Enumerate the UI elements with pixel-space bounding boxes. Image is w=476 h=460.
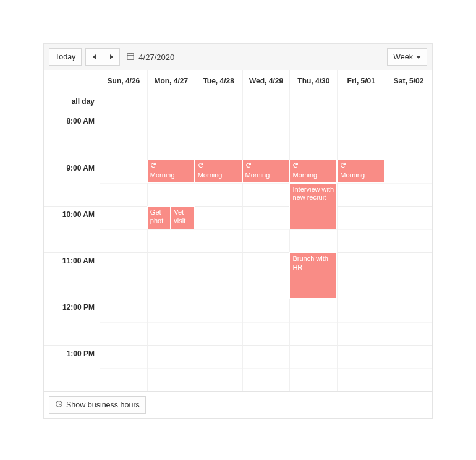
day-header[interactable]: Thu, 4/30 xyxy=(289,70,337,92)
calendar: Today 4/27/2020 Week xyxy=(43,43,433,419)
event-title: Get phot xyxy=(150,208,163,224)
chevron-down-icon xyxy=(416,56,421,59)
time-cell[interactable] xyxy=(337,299,385,345)
allday-cell[interactable] xyxy=(100,92,147,113)
view-select[interactable]: Week xyxy=(387,48,427,66)
hour-label: 11:00 AM xyxy=(44,252,100,299)
time-cell[interactable] xyxy=(242,252,290,299)
recurring-icon xyxy=(150,162,156,171)
hour-row: 8:00 AM xyxy=(44,113,432,160)
time-cell[interactable] xyxy=(195,345,242,391)
time-cell[interactable] xyxy=(242,206,290,252)
time-cell[interactable] xyxy=(385,206,432,252)
time-cell[interactable] xyxy=(100,160,147,206)
time-cell[interactable] xyxy=(195,252,242,299)
event-title: Morning xyxy=(150,171,175,179)
today-button[interactable]: Today xyxy=(49,48,82,66)
time-cell[interactable] xyxy=(337,252,385,299)
event-title: Morning xyxy=(292,171,317,179)
current-date-display: 4/27/2020 xyxy=(126,52,174,62)
time-cell[interactable] xyxy=(385,345,432,391)
event-title: Morning xyxy=(198,171,223,179)
time-cell[interactable] xyxy=(337,206,385,252)
event-title: Morning xyxy=(245,171,270,179)
allday-label: all day xyxy=(44,92,100,113)
day-header[interactable]: Wed, 4/29 xyxy=(242,70,290,92)
time-cell[interactable] xyxy=(100,113,147,160)
time-cell[interactable] xyxy=(242,345,290,391)
hour-label: 8:00 AM xyxy=(44,113,100,160)
time-cell[interactable] xyxy=(385,252,432,299)
calendar-event[interactable]: Get phot xyxy=(147,206,171,229)
current-date-text: 4/27/2020 xyxy=(138,53,174,62)
time-cell[interactable] xyxy=(289,113,337,160)
day-header[interactable]: Mon, 4/27 xyxy=(147,70,195,92)
time-cell[interactable] xyxy=(242,299,290,345)
allday-cell[interactable] xyxy=(385,92,432,113)
calendar-event[interactable]: Brunch with HR xyxy=(289,252,337,299)
hour-label: 1:00 PM xyxy=(44,345,100,391)
hour-row: 1:00 PM xyxy=(44,345,432,391)
event-title: Vet visit xyxy=(174,208,185,224)
time-cell[interactable] xyxy=(100,345,147,391)
day-header[interactable]: Tue, 4/28 xyxy=(195,70,242,92)
calendar-event[interactable]: Morning xyxy=(289,160,337,183)
calendar-event[interactable]: Morning xyxy=(195,160,242,183)
calendar-event[interactable]: Interview with new recruit xyxy=(289,183,337,229)
time-cell[interactable] xyxy=(100,206,147,252)
hour-row: 12:00 PM xyxy=(44,299,432,345)
calendar-toolbar: Today 4/27/2020 Week xyxy=(44,44,432,70)
allday-cell[interactable] xyxy=(195,92,242,113)
calendar-event[interactable]: Morning xyxy=(242,160,290,183)
time-grid: 8:00 AM 9:00 AM 10:00 AM 11:00 AM 12:00 … xyxy=(44,113,432,391)
recurring-icon xyxy=(292,162,299,171)
event-title: Interview with new recruit xyxy=(292,185,334,202)
prev-button[interactable] xyxy=(85,48,103,66)
time-cell[interactable] xyxy=(147,345,195,391)
time-cell[interactable] xyxy=(289,299,337,345)
svg-rect-0 xyxy=(127,53,134,59)
time-cell[interactable] xyxy=(385,160,432,206)
time-cell[interactable] xyxy=(337,345,385,391)
time-cell[interactable] xyxy=(289,345,337,391)
recurring-icon xyxy=(340,162,346,171)
time-cell[interactable] xyxy=(385,113,432,160)
show-business-hours-button[interactable]: Show business hours xyxy=(49,396,146,414)
time-cell[interactable] xyxy=(337,113,385,160)
hour-row: 10:00 AM xyxy=(44,206,432,252)
hour-label: 12:00 PM xyxy=(44,299,100,345)
calendar-event[interactable]: Vet visit xyxy=(171,206,194,229)
calendar-icon xyxy=(126,52,135,62)
time-cell[interactable] xyxy=(147,113,195,160)
day-header[interactable]: Fri, 5/01 xyxy=(337,70,385,92)
chevron-right-icon xyxy=(110,54,113,59)
time-cell[interactable] xyxy=(195,299,242,345)
day-header-row: Sun, 4/26 Mon, 4/27 Tue, 4/28 Wed, 4/29 … xyxy=(44,70,432,92)
recurring-icon xyxy=(245,162,252,171)
calendar-event[interactable]: Morning xyxy=(337,160,385,183)
time-cell[interactable] xyxy=(100,299,147,345)
time-cell[interactable] xyxy=(195,113,242,160)
calendar-footer: Show business hours xyxy=(44,391,432,418)
time-cell[interactable] xyxy=(147,299,195,345)
allday-row: all day xyxy=(44,92,432,113)
allday-cell[interactable] xyxy=(147,92,195,113)
time-cell[interactable] xyxy=(242,113,290,160)
allday-cell[interactable] xyxy=(289,92,337,113)
day-header[interactable]: Sat, 5/02 xyxy=(385,70,432,92)
event-title: Brunch with HR xyxy=(292,255,328,271)
time-cell[interactable] xyxy=(195,206,242,252)
time-cell[interactable] xyxy=(100,252,147,299)
hour-row: 11:00 AM xyxy=(44,252,432,299)
time-cell[interactable] xyxy=(147,252,195,299)
allday-cell[interactable] xyxy=(337,92,385,113)
hour-label: 10:00 AM xyxy=(44,206,100,252)
allday-cell[interactable] xyxy=(242,92,290,113)
calendar-event[interactable]: Morning xyxy=(147,160,195,183)
day-header[interactable]: Sun, 4/26 xyxy=(100,70,147,92)
time-gutter-header xyxy=(44,70,100,92)
view-select-label: Week xyxy=(393,53,413,61)
event-title: Morning xyxy=(340,171,365,179)
time-cell[interactable] xyxy=(385,299,432,345)
next-button[interactable] xyxy=(103,48,120,66)
